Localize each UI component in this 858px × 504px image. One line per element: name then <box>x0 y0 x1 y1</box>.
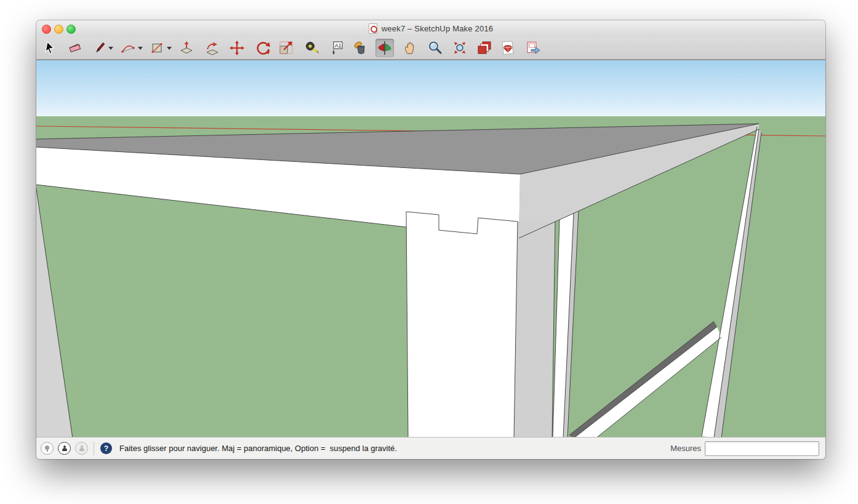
zoom-magnifier-icon <box>427 40 443 56</box>
send-to-layout-icon <box>525 40 542 56</box>
rectangle-tool-button[interactable] <box>148 39 166 57</box>
left-wall-panel <box>36 185 408 438</box>
arc-icon <box>120 41 136 55</box>
follow-me-tool-button[interactable] <box>203 39 222 57</box>
paint-bucket-tool-button[interactable] <box>351 39 369 57</box>
centre-post-side-face <box>514 222 555 438</box>
sketchup-window: week7 – SketchUp Make 2016 <box>36 20 825 459</box>
line-dropdown-arrow[interactable] <box>108 47 113 50</box>
tape-measure-tool-button[interactable] <box>303 39 321 57</box>
line-tool-button[interactable] <box>90 39 109 57</box>
document-icon <box>369 23 377 34</box>
scale-tool-button[interactable] <box>277 39 295 57</box>
help-glyph: ? <box>104 444 108 453</box>
pin-glyph <box>45 446 49 452</box>
title-group: week7 – SketchUp Make 2016 <box>36 20 825 37</box>
rectangle-dropdown-arrow[interactable] <box>167 47 172 50</box>
measurements-input[interactable] <box>705 441 819 456</box>
eraser-icon <box>67 41 83 55</box>
extension-warehouse-icon <box>500 40 516 56</box>
status-divider <box>94 442 94 455</box>
desktop: { "window": { "title": "week7 – SketchUp… <box>0 0 858 504</box>
status-bar: ? Faites glisser pour naviguer. Maj = pa… <box>36 437 825 459</box>
status-text: Faites glisser pour naviguer. Maj = pano… <box>119 444 397 453</box>
follow-me-icon <box>204 40 220 56</box>
move-tool-button[interactable] <box>228 39 246 57</box>
model-scene <box>36 60 825 438</box>
measurements-label: Mesures <box>670 444 701 453</box>
rotate-icon <box>255 40 271 56</box>
pencil-line-icon <box>92 41 107 55</box>
svg-text:A1: A1 <box>335 42 342 49</box>
push-pull-tool-button[interactable] <box>177 39 196 57</box>
text-icon: A1 <box>329 40 345 56</box>
pan-hand-icon <box>403 40 419 56</box>
select-tool-button[interactable] <box>41 39 60 57</box>
pan-tool-button[interactable] <box>401 39 420 57</box>
rotate-tool-button[interactable] <box>254 39 273 57</box>
scale-icon <box>278 40 294 56</box>
move-icon <box>229 40 245 56</box>
title-bar[interactable]: week7 – SketchUp Make 2016 <box>36 20 825 38</box>
push-pull-icon <box>178 40 194 56</box>
paint-bucket-icon <box>352 40 368 56</box>
warehouse-models-tool-button[interactable] <box>475 39 494 57</box>
zoom-tool-button[interactable] <box>426 39 444 57</box>
toolbar: A1 <box>36 37 825 60</box>
window-title: week7 – SketchUp Make 2016 <box>382 24 494 33</box>
sign-in-icon[interactable] <box>75 442 88 455</box>
orbit-tool-button[interactable] <box>375 39 394 57</box>
arc-tool-button[interactable] <box>119 39 137 57</box>
send-to-layout-tool-button[interactable] <box>524 39 543 57</box>
select-arrow-icon <box>43 41 58 55</box>
help-icon[interactable]: ? <box>100 442 112 454</box>
rectangle-icon <box>150 41 164 55</box>
sky <box>36 60 825 118</box>
orbit-icon <box>377 40 393 56</box>
tape-measure-icon <box>304 40 320 56</box>
arc-dropdown-arrow[interactable] <box>138 47 143 50</box>
eraser-tool-button[interactable] <box>66 39 84 57</box>
geolocation-icon[interactable] <box>41 442 54 455</box>
zoom-extents-icon <box>451 40 468 56</box>
viewport-3d[interactable] <box>36 60 825 438</box>
person-glyph-dark <box>62 446 67 452</box>
extension-warehouse-tool-button[interactable] <box>499 39 517 57</box>
credits-icon[interactable] <box>58 442 71 455</box>
measurements-group: Mesures <box>670 441 819 456</box>
zoom-extents-tool-button[interactable] <box>451 39 469 57</box>
warehouse-models-icon <box>476 40 492 56</box>
text-tool-button[interactable]: A1 <box>327 39 346 57</box>
person-glyph-light <box>79 446 84 452</box>
